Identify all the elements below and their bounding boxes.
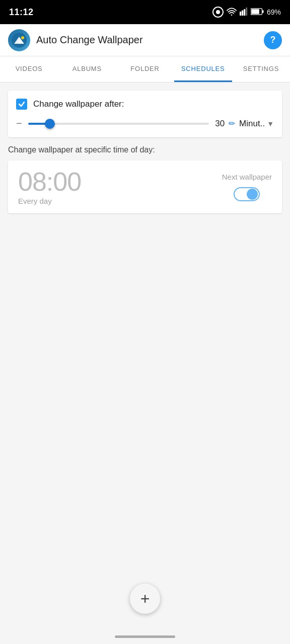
slider-row: − 30 ✏ Minut.. ▼ [16,118,274,129]
slider-value-row: 30 ✏ Minut.. ▼ [215,119,274,129]
svg-rect-1 [240,12,241,16]
unit-selector[interactable]: Minut.. ▼ [239,119,274,129]
status-time: 11:12 [9,7,34,18]
signal-icon [240,8,248,17]
slider-track[interactable] [28,123,209,125]
app-bar: Auto Change Wallpaper ? [0,24,290,56]
app-icon [8,29,30,51]
unit-text: Minut.. [239,119,265,129]
recording-icon [212,7,224,18]
schedule-toggle[interactable] [234,187,260,201]
tab-videos[interactable]: VIDEOS [0,56,58,82]
schedule-time: 08:00 [18,169,81,195]
status-icons: 69% [212,7,281,18]
app-bar-left: Auto Change Wallpaper [8,29,143,51]
battery-text: 69% [267,8,281,16]
svg-rect-7 [251,9,259,14]
next-wallpaper-label: Next wallpaper [222,173,272,181]
svg-rect-4 [246,8,247,16]
tab-settings[interactable]: SETTINGS [232,56,290,82]
slider-value: 30 [215,119,225,129]
wifi-icon [227,8,237,17]
change-after-card: Change wallpaper after: − 30 ✏ Minut.. ▼ [8,91,282,137]
schedule-card[interactable]: 08:00 Every day Next wallpaper [8,160,282,213]
change-after-checkbox[interactable] [16,99,27,110]
toggle-knob [247,189,258,200]
svg-point-0 [231,14,233,16]
tab-folder[interactable]: FOLDER [116,56,174,82]
help-button[interactable]: ? [264,31,282,49]
status-bar: 11:12 [0,0,290,24]
svg-rect-6 [262,10,264,13]
add-schedule-button[interactable]: + [130,584,160,614]
svg-point-11 [21,36,24,39]
slider-minus-icon: − [16,118,22,129]
schedule-right: Next wallpaper [222,173,272,201]
schedule-left: 08:00 Every day [18,169,81,205]
slider-thumb[interactable] [45,119,55,129]
app-title: Auto Change Wallpaper [36,34,143,46]
tabs-bar: VIDEOS ALBUMS FOLDER SCHEDULES SETTINGS [0,56,290,83]
svg-rect-3 [244,9,245,16]
home-indicator [115,635,175,638]
main-content: Change wallpaper after: − 30 ✏ Minut.. ▼… [0,83,290,644]
tab-schedules[interactable]: SCHEDULES [174,56,232,82]
checkbox-row: Change wallpaper after: [16,99,274,110]
chevron-down-icon: ▼ [267,120,274,128]
schedule-days: Every day [18,197,81,205]
edit-icon[interactable]: ✏ [229,119,235,128]
svg-rect-2 [242,10,243,15]
change-after-label: Change wallpaper after: [33,99,124,109]
specific-time-label: Change wallpaper at specific time of day… [8,145,282,154]
battery-icon [251,8,264,17]
tab-albums[interactable]: ALBUMS [58,56,116,82]
